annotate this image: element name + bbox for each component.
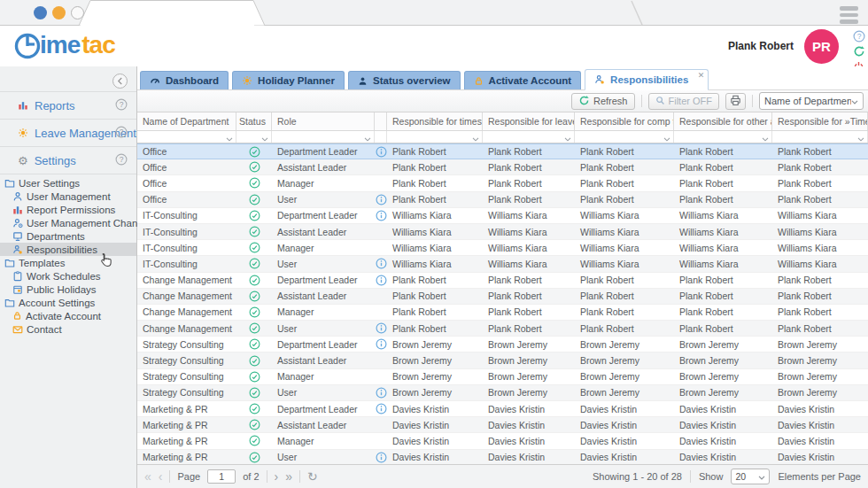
role-cell: Manager bbox=[272, 371, 375, 382]
refresh-grid-icon[interactable]: ↻ bbox=[307, 470, 318, 483]
filter-cell[interactable] bbox=[375, 131, 387, 143]
sidebar-item-templates[interactable]: Templates bbox=[0, 256, 136, 269]
sidebar-item-user-management-changelog[interactable]: User Management Changelog bbox=[0, 216, 136, 229]
info-icon[interactable] bbox=[376, 275, 387, 286]
filter-cell[interactable] bbox=[674, 131, 772, 143]
filter-cell[interactable] bbox=[575, 131, 674, 143]
next-page-button[interactable]: › bbox=[275, 470, 279, 483]
tab-dashboard[interactable]: Dashboard bbox=[140, 71, 229, 89]
responsible-cell: Brown Jeremy bbox=[483, 355, 575, 366]
tab-activate-account[interactable]: Activate Account bbox=[464, 71, 582, 89]
column-header[interactable]: Responsible for comp time r... bbox=[575, 112, 674, 130]
role-cell: User bbox=[272, 387, 375, 398]
table-row[interactable]: Strategy ConsultingUserBrown JeremyBrown… bbox=[137, 385, 868, 401]
print-button[interactable] bbox=[725, 93, 746, 110]
filter-cell[interactable] bbox=[387, 131, 483, 143]
filter-cell[interactable] bbox=[772, 131, 868, 143]
column-header[interactable]: Name of Department bbox=[137, 112, 236, 130]
info-icon[interactable] bbox=[376, 387, 387, 399]
filter-cell[interactable] bbox=[483, 131, 575, 143]
sidebar-item-responsibilities[interactable]: Responsibilities bbox=[0, 243, 136, 256]
sidebar-item-account-settings[interactable]: Account Settings bbox=[0, 296, 136, 309]
sidebar-item-user-settings[interactable]: User Settings bbox=[0, 176, 136, 190]
main-panel: DashboardHoliday PlannerStatus overviewA… bbox=[137, 66, 868, 488]
tab-label: Responsibilities bbox=[610, 74, 688, 85]
page-size-select[interactable]: 20 bbox=[731, 469, 770, 484]
table-row[interactable]: IT-ConsultingUserWilliams KiaraWilliams … bbox=[137, 256, 868, 272]
column-header[interactable] bbox=[375, 112, 387, 130]
table-row[interactable]: OfficeDepartment LeaderPlank RobertPlank… bbox=[137, 143, 868, 159]
table-row[interactable]: Marketing & PRManagerDavies KristinDavie… bbox=[137, 433, 868, 449]
responsible-cell: Davies Kristin bbox=[674, 436, 772, 446]
info-icon[interactable] bbox=[376, 194, 387, 205]
sidebar-collapse-button[interactable] bbox=[112, 74, 128, 89]
first-page-button[interactable]: « bbox=[144, 470, 151, 483]
reload-icon[interactable] bbox=[853, 45, 865, 58]
tab-holiday-planner[interactable]: Holiday Planner bbox=[232, 71, 345, 89]
sidebar-item-user-management[interactable]: User Management bbox=[0, 190, 136, 203]
help-icon[interactable]: ? bbox=[115, 126, 128, 142]
table-row[interactable]: OfficeUserPlank RobertPlank RobertPlank … bbox=[137, 192, 868, 208]
table-row[interactable]: OfficeAssistant LeaderPlank RobertPlank … bbox=[137, 159, 868, 175]
table-row[interactable]: Strategy ConsultingDepartment LeaderBrow… bbox=[137, 337, 868, 352]
hamburger-menu-icon[interactable] bbox=[840, 4, 859, 27]
table-row[interactable]: Strategy ConsultingAssistant LeaderBrown… bbox=[137, 352, 868, 368]
info-icon[interactable] bbox=[376, 146, 387, 158]
prev-page-button[interactable]: ‹ bbox=[159, 470, 163, 483]
sidebar-item-report-permissions[interactable]: Report Permissions bbox=[0, 203, 136, 216]
table-row[interactable]: IT-ConsultingManagerWilliams KiaraWillia… bbox=[137, 240, 868, 256]
info-icon[interactable] bbox=[376, 338, 387, 350]
department-cell: Strategy Consulting bbox=[137, 355, 236, 366]
responsible-cell: Plank Robert bbox=[387, 146, 483, 157]
info-icon[interactable] bbox=[376, 322, 387, 334]
sidebar-item-contact[interactable]: Contact bbox=[0, 322, 136, 336]
table-row[interactable]: Change ManagementDepartment LeaderPlank … bbox=[137, 273, 868, 289]
department-cell: Strategy Consulting bbox=[137, 371, 236, 382]
table-row[interactable]: OfficeManagerPlank RobertPlank RobertPla… bbox=[137, 175, 868, 191]
info-icon[interactable] bbox=[376, 452, 387, 463]
sidebar-item-public-holidays[interactable]: Public Holidays bbox=[0, 283, 136, 296]
column-header[interactable]: Responsible for leave reque... bbox=[483, 112, 575, 130]
refresh-button[interactable]: Refresh bbox=[571, 93, 635, 110]
tab-responsibilities[interactable]: Responsibilities✕ bbox=[585, 69, 709, 90]
info-icon[interactable] bbox=[376, 403, 387, 414]
table-row[interactable]: Change ManagementManagerPlank RobertPlan… bbox=[137, 305, 868, 321]
chevron-down-icon bbox=[472, 129, 479, 145]
last-page-button[interactable]: » bbox=[285, 470, 292, 483]
filter-cell[interactable] bbox=[137, 131, 236, 143]
page-input[interactable] bbox=[207, 469, 236, 484]
filter-cell[interactable] bbox=[272, 131, 375, 143]
close-icon[interactable]: ✕ bbox=[698, 71, 705, 80]
sidebar-item-activate-account[interactable]: Activate Account bbox=[0, 309, 136, 322]
table-row[interactable]: IT-ConsultingDepartment LeaderWilliams K… bbox=[137, 208, 868, 224]
tab-status-overview[interactable]: Status overview bbox=[348, 71, 461, 89]
help-icon[interactable]: ? bbox=[853, 30, 865, 43]
table-row[interactable]: Change ManagementAssistant LeaderPlank R… bbox=[137, 289, 868, 305]
table-row[interactable]: Strategy ConsultingManagerBrown JeremyBr… bbox=[137, 369, 868, 385]
help-icon[interactable]: ? bbox=[115, 153, 128, 169]
column-header[interactable]: Responsible for »Timesheet ... bbox=[772, 112, 868, 130]
table-row[interactable]: Marketing & PRDepartment LeaderDavies Kr… bbox=[137, 401, 868, 417]
filter-cell[interactable] bbox=[236, 131, 272, 143]
info-icon[interactable] bbox=[376, 210, 387, 221]
table-row[interactable]: Change ManagementUserPlank RobertPlank R… bbox=[137, 321, 868, 337]
column-header[interactable]: Responsible for timestamp r... bbox=[387, 112, 483, 130]
column-header[interactable]: Responsible for other absen... bbox=[674, 112, 772, 130]
grid-footer: « ‹ Page of 2 › » ↻ Showing 1 - 20 of 28… bbox=[137, 464, 868, 488]
info-cell bbox=[375, 146, 387, 158]
filter-off-button[interactable]: Filter OFF bbox=[648, 93, 720, 110]
column-header[interactable]: Status bbox=[236, 112, 272, 130]
table-row[interactable]: Marketing & PRAssistant LeaderDavies Kri… bbox=[137, 417, 868, 433]
userclock-icon bbox=[12, 218, 23, 229]
table-row[interactable]: IT-ConsultingAssistant LeaderWilliams Ki… bbox=[137, 224, 868, 240]
sidebar-nav-reports[interactable]: Reports? bbox=[0, 91, 136, 119]
sidebar-nav-settings[interactable]: ⚙Settings? bbox=[0, 146, 136, 174]
info-icon[interactable] bbox=[376, 258, 387, 269]
sidebar-nav-leave-management[interactable]: Leave Management? bbox=[0, 119, 136, 146]
column-config-select[interactable]: Name of Department, Statu bbox=[759, 92, 864, 110]
sidebar-item-departments[interactable]: Departments bbox=[0, 229, 136, 243]
avatar[interactable]: PR bbox=[804, 29, 839, 64]
help-icon[interactable]: ? bbox=[115, 98, 128, 114]
sidebar-item-work-schedules[interactable]: Work Schedules bbox=[0, 269, 136, 283]
column-header[interactable]: Role bbox=[272, 112, 375, 130]
